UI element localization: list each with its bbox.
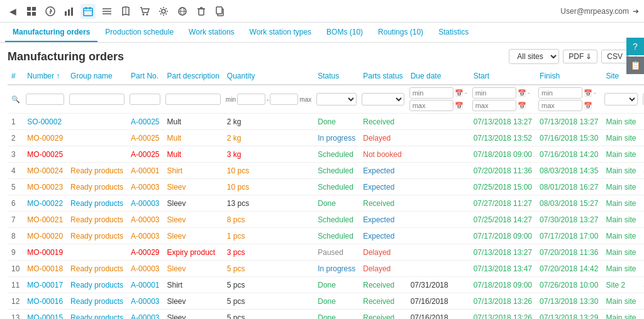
calendar-filter-icon-2[interactable]: 📅 [455, 102, 464, 110]
order-link[interactable]: MO-00017 [27, 281, 63, 289]
filter-finish-cell: 📅 - 📅 [536, 85, 602, 114]
calendar-filter-icon-5[interactable]: 📅 [584, 89, 592, 97]
cell-partdesc: Expiry product [163, 244, 223, 261]
filter-finish-min[interactable] [538, 87, 582, 99]
cell-order: MO-00020 [23, 228, 67, 244]
order-link[interactable]: MO-00024 [27, 166, 63, 175]
nav-work-station-types[interactable]: Work station types [242, 23, 319, 42]
cell-assigned: John [640, 163, 645, 179]
partno-link[interactable]: A-00003 [131, 313, 159, 320]
col-header-start[interactable]: Start [470, 68, 536, 85]
order-link[interactable]: MO-00029 [27, 134, 63, 143]
cell-due: 07/16/2018 [407, 293, 470, 310]
bar-chart-icon[interactable] [62, 4, 77, 19]
partno-link[interactable]: A-00029 [131, 248, 159, 257]
partno-link[interactable]: A-00025 [131, 150, 159, 159]
download-icon: ⇓ [586, 52, 592, 61]
partno-link[interactable]: A-00003 [131, 264, 159, 273]
filter-site-select[interactable] [604, 93, 637, 105]
col-header-due-date[interactable]: Due date [407, 68, 470, 85]
partno-link[interactable]: A-00003 [131, 297, 159, 306]
order-link[interactable]: MO-00018 [27, 264, 63, 273]
col-header-partno[interactable]: Part No. [127, 68, 163, 85]
analytics-icon[interactable] [43, 4, 58, 19]
order-link[interactable]: MO-00022 [27, 199, 63, 208]
right-panel-btn-2[interactable]: 📋 [626, 57, 644, 74]
cell-site: Main site [602, 244, 640, 261]
col-header-status[interactable]: Status [314, 68, 359, 85]
col-header-qty[interactable]: Quantity [223, 68, 314, 85]
filter-partno-input[interactable] [130, 94, 160, 105]
search-icon: 🔍 [11, 95, 20, 104]
cell-group [67, 244, 127, 261]
cell-partno: A-00029 [127, 244, 163, 261]
nav-manufacturing-orders[interactable]: Manufacturing orders [5, 23, 97, 42]
nav-production-schedule[interactable]: Production schedule [97, 23, 181, 42]
trash-icon[interactable] [194, 4, 209, 19]
filter-status-select[interactable] [316, 93, 357, 105]
partno-link[interactable]: A-00001 [131, 281, 159, 289]
order-link[interactable]: MO-00020 [27, 232, 63, 241]
cell-status: Scheduled [314, 146, 359, 163]
calendar-filter-icon-3[interactable]: 📅 [518, 89, 526, 97]
cell-group [67, 130, 127, 146]
cell-finish: 08/01/2018 16:27 [536, 179, 602, 195]
settings-icon[interactable] [156, 4, 171, 19]
filter-qty-min[interactable] [237, 94, 265, 105]
calendar-filter-icon-6[interactable]: 📅 [584, 102, 592, 110]
filter-finish-max[interactable] [538, 100, 582, 111]
nav-boms[interactable]: BOMs (10) [319, 23, 370, 42]
nav-statistics[interactable]: Statistics [431, 23, 476, 42]
nav-routings[interactable]: Routings (10) [370, 23, 431, 42]
order-link[interactable]: MO-00025 [27, 150, 63, 159]
col-header-partdesc[interactable]: Part description [163, 68, 223, 85]
filter-parts-select[interactable] [362, 93, 404, 105]
filter-start-max[interactable] [472, 100, 516, 111]
cell-qty: 5 pcs [223, 277, 314, 293]
filter-partdesc-input[interactable] [165, 94, 220, 105]
network-icon[interactable] [175, 4, 190, 19]
filter-due-max[interactable] [409, 100, 453, 111]
col-header-finish[interactable]: Finish [536, 68, 602, 85]
cell-parts-status: Delayed [359, 261, 406, 277]
cell-qty: 5 pcs [223, 293, 314, 310]
cell-due [407, 212, 470, 228]
order-link[interactable]: MO-00016 [27, 297, 63, 306]
partno-link[interactable]: A-00025 [131, 117, 159, 126]
partno-link[interactable]: A-00003 [131, 215, 159, 224]
cell-finish: 07/13/2018 13:30 [536, 293, 602, 310]
filter-group-input[interactable] [69, 94, 125, 105]
filter-qty-max[interactable] [270, 94, 298, 105]
partno-link[interactable]: A-00003 [131, 183, 159, 192]
order-link[interactable]: MO-00019 [27, 248, 63, 257]
cart-icon[interactable] [137, 4, 152, 19]
calendar-filter-icon-4[interactable]: 📅 [518, 102, 526, 110]
right-panel-btn-1[interactable]: ? [626, 38, 644, 55]
partno-link[interactable]: A-00003 [131, 232, 159, 241]
filter-number-input[interactable] [26, 94, 64, 105]
nav-work-stations[interactable]: Work stations [181, 23, 242, 42]
export-pdf-button[interactable]: PDF ⇓ [563, 50, 597, 63]
dashboard-icon[interactable] [24, 4, 39, 19]
svg-rect-3 [32, 12, 36, 16]
col-header-parts-status[interactable]: Parts status [359, 68, 406, 85]
back-icon[interactable]: ◀ [5, 4, 20, 19]
logout-icon[interactable]: ➔ [633, 7, 639, 16]
col-header-group[interactable]: Group name [67, 68, 127, 85]
site-select[interactable]: All sites [509, 49, 559, 64]
order-link[interactable]: MO-00015 [27, 313, 63, 320]
calendar-filter-icon-1[interactable]: 📅 [455, 89, 464, 97]
filter-due-min[interactable] [409, 87, 453, 99]
partno-link[interactable]: A-00001 [131, 166, 159, 175]
col-header-number[interactable]: Number ↑ [23, 68, 67, 85]
order-link[interactable]: MO-00023 [27, 183, 63, 192]
calendar-icon[interactable] [80, 4, 96, 19]
partno-link[interactable]: A-00003 [131, 199, 159, 208]
filter-start-min[interactable] [472, 87, 516, 99]
order-link[interactable]: SO-00002 [27, 117, 62, 126]
list-icon[interactable] [99, 4, 114, 19]
book-icon[interactable] [118, 4, 133, 19]
partno-link[interactable]: A-00025 [131, 134, 159, 143]
order-link[interactable]: MO-00021 [27, 215, 63, 224]
copy-icon[interactable] [213, 4, 228, 19]
